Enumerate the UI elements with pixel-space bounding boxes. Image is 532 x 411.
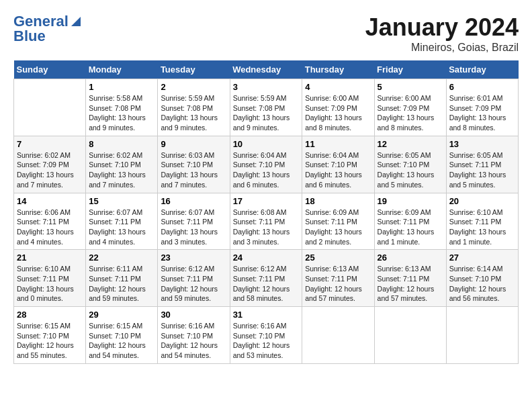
- day-number: 14: [17, 196, 83, 206]
- svg-marker-0: [71, 17, 81, 26]
- calendar-cell: 24Sunrise: 6:12 AMSunset: 7:11 PMDayligh…: [230, 250, 302, 307]
- calendar-cell: 7Sunrise: 6:02 AMSunset: 7:09 PMDaylight…: [14, 136, 86, 193]
- calendar-cell: 11Sunrise: 6:04 AMSunset: 7:10 PMDayligh…: [302, 136, 374, 193]
- day-info: Sunrise: 6:05 AMSunset: 7:11 PMDaylight:…: [449, 150, 515, 190]
- day-info: Sunrise: 6:08 AMSunset: 7:11 PMDaylight:…: [233, 208, 300, 247]
- calendar-cell: 1Sunrise: 5:58 AMSunset: 7:08 PMDaylight…: [86, 79, 158, 136]
- day-number: 24: [233, 253, 300, 263]
- day-info: Sunrise: 6:00 AMSunset: 7:09 PMDaylight:…: [305, 93, 371, 133]
- day-number: 2: [161, 82, 226, 92]
- weekday-header-wednesday: Wednesday: [230, 60, 302, 79]
- logo-icon: [69, 14, 83, 29]
- calendar-cell: 3Sunrise: 5:59 AMSunset: 7:08 PMDaylight…: [230, 79, 302, 136]
- day-info: Sunrise: 6:02 AMSunset: 7:10 PMDaylight:…: [89, 150, 154, 190]
- calendar-cell: 4Sunrise: 6:00 AMSunset: 7:09 PMDaylight…: [302, 79, 374, 136]
- day-info: Sunrise: 6:03 AMSunset: 7:10 PMDaylight:…: [161, 150, 226, 190]
- calendar-week-row: 28Sunrise: 6:15 AMSunset: 7:10 PMDayligh…: [14, 307, 519, 364]
- day-number: 28: [17, 310, 83, 320]
- calendar-cell: 23Sunrise: 6:12 AMSunset: 7:11 PMDayligh…: [158, 250, 230, 307]
- day-info: Sunrise: 6:12 AMSunset: 7:11 PMDaylight:…: [161, 264, 226, 304]
- day-number: 7: [17, 139, 83, 149]
- calendar-week-row: 1Sunrise: 5:58 AMSunset: 7:08 PMDaylight…: [14, 79, 519, 136]
- calendar-cell: 29Sunrise: 6:15 AMSunset: 7:10 PMDayligh…: [86, 307, 158, 364]
- day-number: 4: [305, 82, 371, 92]
- page-header: General Blue January 2024 Mineiros, Goia…: [13, 13, 519, 54]
- day-number: 21: [17, 253, 83, 263]
- day-info: Sunrise: 6:13 AMSunset: 7:11 PMDaylight:…: [378, 264, 443, 304]
- day-info: Sunrise: 5:58 AMSunset: 7:08 PMDaylight:…: [89, 93, 154, 133]
- calendar-cell: [302, 307, 374, 364]
- calendar-cell: 2Sunrise: 5:59 AMSunset: 7:08 PMDaylight…: [158, 79, 230, 136]
- calendar-cell: 6Sunrise: 6:01 AMSunset: 7:09 PMDaylight…: [446, 79, 518, 136]
- calendar-cell: 27Sunrise: 6:14 AMSunset: 7:10 PMDayligh…: [446, 250, 518, 307]
- weekday-header-row: SundayMondayTuesdayWednesdayThursdayFrid…: [14, 60, 519, 79]
- day-number: 30: [161, 310, 226, 320]
- day-number: 26: [378, 253, 443, 263]
- calendar-table: SundayMondayTuesdayWednesdayThursdayFrid…: [13, 60, 519, 364]
- calendar-week-row: 21Sunrise: 6:10 AMSunset: 7:11 PMDayligh…: [14, 250, 519, 307]
- day-info: Sunrise: 6:16 AMSunset: 7:10 PMDaylight:…: [161, 321, 226, 361]
- day-number: 23: [161, 253, 226, 263]
- day-number: 3: [233, 82, 300, 92]
- day-info: Sunrise: 6:10 AMSunset: 7:11 PMDaylight:…: [449, 208, 515, 247]
- day-number: 22: [89, 253, 154, 263]
- day-number: 10: [233, 139, 300, 149]
- title-block: January 2024 Mineiros, Goias, Brazil: [365, 13, 519, 54]
- day-info: Sunrise: 6:07 AMSunset: 7:11 PMDaylight:…: [89, 208, 154, 247]
- day-info: Sunrise: 6:00 AMSunset: 7:09 PMDaylight:…: [378, 93, 443, 133]
- calendar-cell: 14Sunrise: 6:06 AMSunset: 7:11 PMDayligh…: [14, 193, 86, 250]
- calendar-cell: 18Sunrise: 6:09 AMSunset: 7:11 PMDayligh…: [302, 193, 374, 250]
- day-info: Sunrise: 6:04 AMSunset: 7:10 PMDaylight:…: [233, 150, 300, 190]
- calendar-cell: 13Sunrise: 6:05 AMSunset: 7:11 PMDayligh…: [446, 136, 518, 193]
- day-info: Sunrise: 5:59 AMSunset: 7:08 PMDaylight:…: [161, 93, 226, 133]
- day-info: Sunrise: 6:15 AMSunset: 7:10 PMDaylight:…: [89, 321, 154, 361]
- calendar-cell: 26Sunrise: 6:13 AMSunset: 7:11 PMDayligh…: [374, 250, 446, 307]
- calendar-cell: 8Sunrise: 6:02 AMSunset: 7:10 PMDaylight…: [86, 136, 158, 193]
- day-number: 8: [89, 139, 154, 149]
- calendar-cell: 20Sunrise: 6:10 AMSunset: 7:11 PMDayligh…: [446, 193, 518, 250]
- calendar-cell: [14, 79, 86, 136]
- day-info: Sunrise: 6:15 AMSunset: 7:10 PMDaylight:…: [17, 321, 83, 361]
- page-subtitle: Mineiros, Goias, Brazil: [365, 42, 519, 54]
- calendar-cell: [374, 307, 446, 364]
- calendar-cell: 25Sunrise: 6:13 AMSunset: 7:11 PMDayligh…: [302, 250, 374, 307]
- day-number: 19: [378, 196, 443, 206]
- day-number: 31: [233, 310, 300, 320]
- calendar-cell: [446, 307, 518, 364]
- day-number: 5: [378, 82, 443, 92]
- day-info: Sunrise: 6:01 AMSunset: 7:09 PMDaylight:…: [449, 93, 515, 133]
- calendar-cell: 31Sunrise: 6:16 AMSunset: 7:10 PMDayligh…: [230, 307, 302, 364]
- logo: General Blue: [13, 13, 83, 44]
- day-info: Sunrise: 6:06 AMSunset: 7:11 PMDaylight:…: [17, 208, 83, 247]
- calendar-cell: 9Sunrise: 6:03 AMSunset: 7:10 PMDaylight…: [158, 136, 230, 193]
- calendar-cell: 15Sunrise: 6:07 AMSunset: 7:11 PMDayligh…: [86, 193, 158, 250]
- calendar-cell: 30Sunrise: 6:16 AMSunset: 7:10 PMDayligh…: [158, 307, 230, 364]
- day-info: Sunrise: 6:10 AMSunset: 7:11 PMDaylight:…: [17, 264, 83, 304]
- day-number: 17: [233, 196, 300, 206]
- calendar-cell: 19Sunrise: 6:09 AMSunset: 7:11 PMDayligh…: [374, 193, 446, 250]
- day-info: Sunrise: 6:09 AMSunset: 7:11 PMDaylight:…: [305, 208, 371, 247]
- day-number: 13: [449, 139, 515, 149]
- day-number: 9: [161, 139, 226, 149]
- day-info: Sunrise: 6:04 AMSunset: 7:10 PMDaylight:…: [305, 150, 371, 190]
- weekday-header-friday: Friday: [374, 60, 446, 79]
- calendar-cell: 28Sunrise: 6:15 AMSunset: 7:10 PMDayligh…: [14, 307, 86, 364]
- day-info: Sunrise: 6:11 AMSunset: 7:11 PMDaylight:…: [89, 264, 154, 304]
- day-number: 18: [305, 196, 371, 206]
- day-info: Sunrise: 6:05 AMSunset: 7:10 PMDaylight:…: [378, 150, 443, 190]
- day-number: 12: [378, 139, 443, 149]
- weekday-header-saturday: Saturday: [446, 60, 518, 79]
- weekday-header-monday: Monday: [86, 60, 158, 79]
- page-title: January 2024: [365, 13, 519, 42]
- day-number: 6: [449, 82, 515, 92]
- day-info: Sunrise: 5:59 AMSunset: 7:08 PMDaylight:…: [233, 93, 300, 133]
- calendar-cell: 22Sunrise: 6:11 AMSunset: 7:11 PMDayligh…: [86, 250, 158, 307]
- calendar-cell: 16Sunrise: 6:07 AMSunset: 7:11 PMDayligh…: [158, 193, 230, 250]
- logo-text2: Blue: [13, 28, 46, 44]
- calendar-cell: 12Sunrise: 6:05 AMSunset: 7:10 PMDayligh…: [374, 136, 446, 193]
- day-number: 29: [89, 310, 154, 320]
- day-number: 16: [161, 196, 226, 206]
- weekday-header-thursday: Thursday: [302, 60, 374, 79]
- day-info: Sunrise: 6:14 AMSunset: 7:10 PMDaylight:…: [449, 264, 515, 304]
- day-number: 15: [89, 196, 154, 206]
